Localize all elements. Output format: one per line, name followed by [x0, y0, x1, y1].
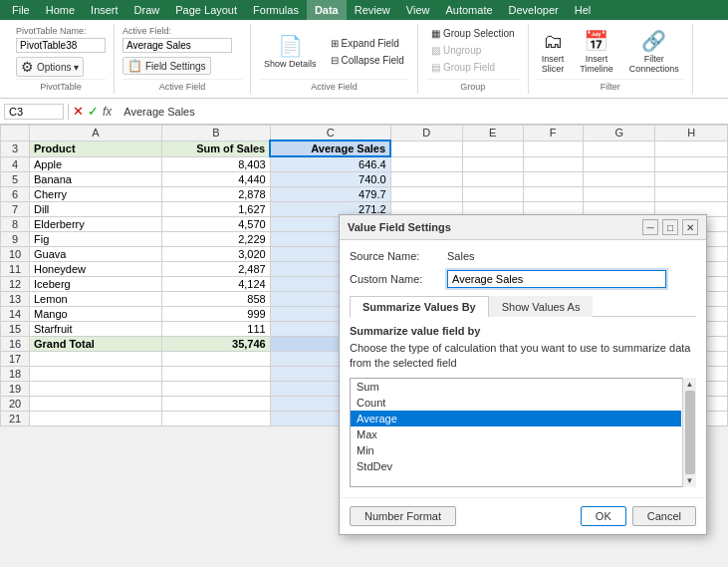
options-button[interactable]: ⚙ Options ▾ — [16, 57, 84, 77]
tab-insert[interactable]: Insert — [83, 0, 126, 20]
cell-empty[interactable] — [523, 156, 583, 172]
col-header-f[interactable]: F — [523, 126, 583, 142]
cell-a[interactable] — [30, 412, 162, 426]
list-item[interactable]: StdDev — [351, 458, 681, 474]
cell-b[interactable]: 2,229 — [161, 232, 270, 247]
table-row[interactable]: 4Apple8,403646.4 — [1, 156, 728, 172]
col-header-a[interactable]: A — [30, 126, 162, 142]
tab-view[interactable]: View — [398, 0, 438, 20]
dialog-minimize-button[interactable]: ─ — [642, 219, 658, 235]
tab-developer[interactable]: Developer — [501, 0, 567, 20]
cell-a[interactable]: Cherry — [30, 187, 162, 202]
cell-b[interactable]: 3,020 — [161, 247, 270, 262]
custom-name-input[interactable] — [447, 270, 666, 288]
cell-b[interactable]: 1,627 — [161, 202, 270, 217]
cell-b[interactable] — [161, 382, 270, 397]
scroll-down-icon[interactable]: ▼ — [686, 476, 694, 485]
cell-a[interactable] — [30, 397, 162, 412]
tab-show-values-as[interactable]: Show Values As — [489, 296, 594, 317]
col-header-h[interactable]: H — [655, 126, 728, 142]
cell-a[interactable]: Guava — [30, 247, 162, 262]
list-item[interactable]: Count — [351, 395, 681, 411]
cell-a[interactable]: Fig — [30, 232, 162, 247]
cell-empty[interactable] — [523, 141, 583, 156]
table-row[interactable]: 6Cherry2,878479.7 — [1, 187, 728, 202]
cell-b[interactable]: 2,878 — [161, 187, 270, 202]
cancel-button[interactable]: Cancel — [632, 506, 696, 526]
cell-reference[interactable]: C3 — [4, 104, 64, 120]
cell-empty[interactable] — [390, 141, 463, 156]
cell-c[interactable]: 646.4 — [270, 156, 390, 172]
calculation-listbox[interactable]: SumCountAverageMaxMinStdDev — [350, 378, 696, 487]
ungroup-button[interactable]: ▨ Ungroup — [426, 43, 486, 58]
cell-c[interactable]: Average Sales — [270, 141, 390, 156]
cell-a[interactable]: Iceberg — [30, 277, 162, 292]
pivottable-name-input[interactable] — [16, 38, 106, 53]
scroll-thumb[interactable] — [685, 391, 695, 474]
list-item[interactable]: Max — [351, 426, 681, 442]
cell-empty[interactable] — [390, 156, 463, 172]
list-item[interactable]: Sum — [351, 379, 681, 395]
cell-b[interactable]: 858 — [161, 292, 270, 307]
cell-empty[interactable] — [655, 187, 728, 202]
cell-a[interactable]: Banana — [30, 172, 162, 187]
ok-button[interactable]: OK — [581, 506, 626, 526]
cell-empty[interactable] — [655, 156, 728, 172]
active-field-input[interactable] — [122, 38, 232, 53]
cell-a[interactable] — [30, 367, 162, 382]
col-header-g[interactable]: G — [583, 126, 655, 142]
cell-b[interactable]: 111 — [161, 322, 270, 337]
field-settings-button[interactable]: 📋 Field Settings — [122, 57, 211, 75]
insert-timeline-button[interactable]: 📅 InsertTimeline — [575, 26, 618, 77]
col-header-b[interactable]: B — [161, 126, 270, 142]
tab-pagelayout[interactable]: Page Layout — [167, 0, 245, 20]
filter-connections-button[interactable]: 🔗 FilterConnections — [624, 26, 684, 77]
cell-b[interactable] — [161, 412, 270, 426]
cell-empty[interactable] — [390, 187, 463, 202]
cell-b[interactable]: 4,124 — [161, 277, 270, 292]
col-header-e[interactable]: E — [463, 126, 523, 142]
col-header-c[interactable]: C — [270, 126, 390, 142]
tab-draw[interactable]: Draw — [126, 0, 168, 20]
fx-icon[interactable]: fx — [103, 105, 112, 119]
value-field-settings-dialog[interactable]: Value Field Settings ─ □ ✕ Source Name: … — [339, 214, 707, 535]
table-row[interactable]: 5Banana4,440740.0 — [1, 172, 728, 187]
tab-automate[interactable]: Automate — [437, 0, 500, 20]
cell-c[interactable]: 479.7 — [270, 187, 390, 202]
scroll-up-icon[interactable]: ▲ — [686, 380, 694, 389]
cell-b[interactable] — [161, 367, 270, 382]
cell-a[interactable]: Elderberry — [30, 217, 162, 232]
cell-a[interactable]: Product — [30, 141, 162, 156]
tab-hel[interactable]: Hel — [567, 0, 600, 20]
cell-empty[interactable] — [523, 187, 583, 202]
dialog-close-button[interactable]: ✕ — [682, 219, 698, 235]
col-header-d[interactable]: D — [390, 126, 463, 142]
number-format-button[interactable]: Number Format — [350, 506, 456, 526]
listbox-scrollbar[interactable]: ▲ ▼ — [682, 378, 696, 487]
cell-empty[interactable] — [463, 172, 523, 187]
cell-b[interactable]: 999 — [161, 307, 270, 322]
cell-b[interactable]: 4,570 — [161, 217, 270, 232]
cell-b[interactable]: 35,746 — [161, 337, 270, 352]
dialog-maximize-button[interactable]: □ — [662, 219, 678, 235]
cell-empty[interactable] — [583, 156, 655, 172]
tab-home[interactable]: Home — [38, 0, 83, 20]
cell-empty[interactable] — [390, 172, 463, 187]
cell-empty[interactable] — [523, 172, 583, 187]
cell-empty[interactable] — [463, 156, 523, 172]
cell-a[interactable]: Mango — [30, 307, 162, 322]
cell-c[interactable]: 740.0 — [270, 172, 390, 187]
collapse-field-button[interactable]: ⊟ Collapse Field — [326, 53, 409, 68]
cell-a[interactable]: Apple — [30, 156, 162, 172]
cell-b[interactable]: Sum of Sales — [161, 141, 270, 156]
cell-empty[interactable] — [655, 172, 728, 187]
cancel-formula-icon[interactable]: ✕ — [73, 104, 84, 119]
cell-a[interactable]: Honeydew — [30, 262, 162, 277]
table-row[interactable]: 3ProductSum of SalesAverage Sales — [1, 141, 728, 156]
tab-data[interactable]: Data — [307, 0, 347, 20]
tab-file[interactable]: File — [4, 0, 38, 20]
cell-b[interactable]: 2,487 — [161, 262, 270, 277]
cell-b[interactable]: 8,403 — [161, 156, 270, 172]
cell-empty[interactable] — [583, 172, 655, 187]
show-details-button[interactable]: 📄 Show Details — [259, 31, 322, 72]
